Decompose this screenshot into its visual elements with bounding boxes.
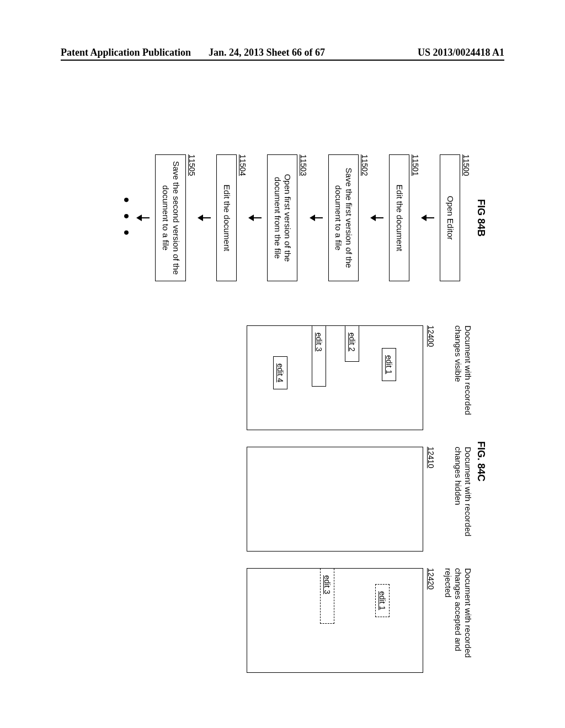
header-right: US 2013/0024418 A1 bbox=[356, 47, 504, 58]
arrow-icon bbox=[135, 154, 152, 281]
arrow-icon bbox=[247, 154, 264, 281]
ref-12410: 12410 bbox=[427, 447, 435, 552]
edit-box: edit 3 bbox=[312, 326, 326, 387]
ref-11505: 11505 bbox=[188, 154, 196, 281]
svg-marker-11 bbox=[136, 215, 142, 221]
edit-box-dashed: edit 1 bbox=[375, 584, 390, 617]
rotated-stage: FIG 84B 11500 Open Editor 11501 Edit the… bbox=[62, 138, 503, 689]
flow-box-edit-2: Edit the document bbox=[216, 154, 237, 281]
arrow-icon bbox=[369, 154, 386, 281]
flow-box-edit-1: Edit the document bbox=[389, 154, 409, 281]
doc-box-hidden bbox=[247, 447, 423, 552]
doc-box-accepted: edit 1 edit 3 bbox=[247, 568, 423, 673]
ref-11502: 11502 bbox=[360, 154, 369, 281]
edit-box: edit 1 bbox=[382, 348, 396, 381]
edit-box: edit 2 bbox=[345, 326, 359, 362]
ref-11503: 11503 bbox=[299, 154, 308, 281]
edit-box: edit 4 bbox=[273, 356, 287, 389]
page-header: Patent Application Publication Jan. 24, … bbox=[0, 47, 565, 58]
fig-84b-flowchart: FIG 84B 11500 Open Editor 11501 Edit the… bbox=[118, 154, 487, 281]
svg-marker-5 bbox=[310, 215, 315, 221]
svg-marker-7 bbox=[248, 215, 254, 221]
svg-marker-3 bbox=[370, 215, 376, 221]
fig-84c-label: FIG. 84C bbox=[475, 441, 487, 678]
doc-caption-accepted: Document with recorded changes accepted … bbox=[439, 568, 473, 673]
header-left: Patent Application Publication bbox=[61, 47, 209, 58]
fig-84c-docs: FIG. 84C Document with recorded changes … bbox=[247, 325, 487, 678]
flow-step-1: 11501 Edit the document bbox=[389, 154, 420, 281]
arrow-icon bbox=[420, 154, 436, 281]
arrow-icon bbox=[196, 154, 213, 281]
header-rule bbox=[61, 60, 504, 61]
ref-11501: 11501 bbox=[411, 154, 420, 281]
flow-step-3: 11503 Open first version of the document… bbox=[267, 154, 308, 281]
flow-box-save-second: Save the second version of the document … bbox=[155, 154, 186, 281]
figure-container: FIG 84B 11500 Open Editor 11501 Edit the… bbox=[0, 83, 565, 634]
flow-box-open-editor: Open Editor bbox=[440, 154, 460, 281]
svg-marker-1 bbox=[421, 215, 427, 221]
doc-box-visible: edit 1 edit 2 edit 3 edit 4 bbox=[247, 325, 423, 430]
flow-box-open-first: Open first version of the document from … bbox=[267, 154, 298, 281]
arrow-icon bbox=[308, 154, 324, 281]
flow-step-5: 11505 Save the second version of the doc… bbox=[155, 154, 196, 281]
doc-caption-hidden: Document with recorded changes hidden bbox=[439, 447, 473, 552]
doc-col-accepted: Document with recorded changes accepted … bbox=[247, 568, 473, 673]
ref-11504: 11504 bbox=[238, 154, 247, 281]
flow-step-0: 11500 Open Editor bbox=[440, 154, 471, 281]
flow-box-save-first: Save the first version of the document t… bbox=[328, 154, 359, 281]
doc-caption-visible: Document with recorded changes visible bbox=[439, 325, 473, 430]
ellipsis-icon: • • • bbox=[118, 154, 135, 281]
doc-col-visible: Document with recorded changes visible 1… bbox=[247, 325, 473, 430]
ref-11500: 11500 bbox=[462, 154, 471, 281]
fig-84b-label: FIG 84B bbox=[475, 154, 487, 281]
flow-step-4: 11504 Edit the document bbox=[216, 154, 247, 281]
edit-box-dashed: edit 3 bbox=[320, 569, 334, 624]
header-center: Jan. 24, 2013 Sheet 66 of 67 bbox=[209, 47, 356, 58]
doc-row: Document with recorded changes visible 1… bbox=[247, 325, 473, 678]
doc-col-hidden: Document with recorded changes hidden 12… bbox=[247, 447, 473, 552]
svg-marker-9 bbox=[198, 215, 203, 221]
ref-12420: 12420 bbox=[427, 568, 435, 673]
flow-step-2: 11502 Save the first version of the docu… bbox=[328, 154, 370, 281]
ref-12400: 12400 bbox=[427, 325, 435, 430]
